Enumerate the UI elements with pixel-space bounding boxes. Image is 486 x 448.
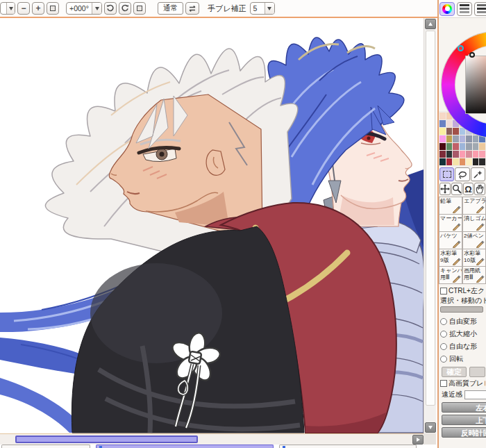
stabilizer-select[interactable]: 5 — [250, 2, 275, 15]
zoom-in-button[interactable]: + — [32, 2, 44, 15]
transform-radio-option[interactable]: 自由変形 — [440, 315, 485, 328]
hsv-sliders-tab-button[interactable] — [474, 2, 486, 16]
lasso-tool[interactable] — [455, 167, 469, 181]
rotate-view-tool[interactable]: Ω — [463, 183, 474, 195]
color-swatch[interactable] — [466, 158, 472, 165]
color-swatch[interactable] — [473, 158, 479, 165]
color-swatch[interactable] — [446, 151, 453, 158]
hue-marker[interactable] — [458, 45, 464, 51]
angle-select[interactable]: +000° — [66, 2, 102, 15]
document-tab[interactable] — [279, 445, 417, 448]
zoom-reset-button[interactable] — [47, 2, 59, 15]
color-swatch[interactable] — [453, 143, 459, 150]
sv-marker[interactable] — [469, 52, 475, 58]
rect-select-tool[interactable] — [439, 167, 454, 181]
brush-button[interactable]: キャンバス用Ⅲ — [439, 266, 462, 284]
brush-button[interactable]: 画用紙用Ⅲ — [462, 266, 486, 284]
color-swatch[interactable] — [453, 135, 459, 142]
brush-button[interactable]: 消しゴム — [462, 214, 486, 232]
color-wheel-tab-button[interactable] — [439, 2, 455, 16]
cancel-button[interactable] — [469, 367, 485, 377]
move-tool[interactable] — [439, 183, 451, 195]
blend-mode-box[interactable]: 通常 — [158, 2, 183, 15]
color-swatch[interactable] — [446, 135, 453, 142]
checkbox-icon[interactable] — [440, 380, 447, 387]
color-swatch[interactable] — [446, 120, 453, 127]
color-swatch[interactable] — [479, 143, 485, 150]
color-wheel-area[interactable] — [439, 18, 486, 111]
radio-icon[interactable] — [440, 343, 447, 350]
hand-tool[interactable] — [474, 183, 485, 195]
rotate-cw-button[interactable] — [119, 2, 131, 15]
color-swatch[interactable] — [460, 128, 466, 135]
saturation-value-square[interactable] — [465, 56, 486, 114]
color-swatch[interactable] — [453, 128, 459, 135]
rgb-sliders-tab-button[interactable] — [457, 2, 472, 16]
color-swatch[interactable] — [446, 143, 453, 150]
color-swatch[interactable] — [439, 113, 446, 119]
brush-button[interactable]: 水彩筆10版 — [462, 249, 486, 267]
horizontal-scroll-thumb[interactable] — [15, 435, 198, 443]
color-swatch[interactable] — [460, 143, 466, 150]
color-swatch[interactable] — [453, 158, 459, 165]
color-swatch[interactable] — [439, 135, 446, 142]
ctrl-click-option[interactable]: CTRL+左クリ — [440, 286, 485, 296]
brush-button[interactable]: 2値ペン — [462, 231, 486, 249]
magic-wand-tool[interactable] — [471, 167, 485, 181]
color-swatch[interactable] — [460, 135, 466, 142]
flip-button[interactable]: 反時計回 — [442, 427, 486, 438]
scroll-up-button[interactable] — [425, 19, 436, 29]
brush-button[interactable]: エアブラシ — [462, 197, 486, 215]
zoom-select[interactable] — [0, 2, 15, 15]
transform-radio-option[interactable]: 回転 — [440, 353, 485, 365]
rotate-ccw-button[interactable] — [104, 2, 117, 15]
zoom-out-button[interactable]: − — [17, 2, 30, 15]
color-swatch[interactable] — [466, 135, 472, 142]
radio-icon[interactable] — [440, 318, 447, 325]
color-swatch[interactable] — [439, 120, 446, 127]
color-swatch[interactable] — [439, 143, 446, 150]
hq-preview-option[interactable]: 高画質プレビ — [440, 379, 485, 388]
perspective-input[interactable] — [464, 390, 486, 399]
transform-radio-option[interactable]: 自由な形 — [440, 340, 485, 353]
color-swatch[interactable] — [439, 128, 446, 135]
color-swatch[interactable] — [460, 158, 466, 165]
color-swatch[interactable] — [466, 151, 472, 158]
horizontal-scrollbar[interactable] — [0, 433, 424, 445]
color-swatch[interactable] — [446, 158, 453, 165]
vertical-scroll-thumb[interactable] — [426, 31, 435, 406]
checkbox-icon[interactable] — [440, 288, 447, 294]
color-swatch[interactable] — [439, 151, 446, 158]
drag-mode-label: 選択・移動のドラ — [440, 296, 485, 305]
scroll-down-button[interactable] — [425, 422, 436, 433]
color-swatch[interactable] — [439, 158, 446, 165]
color-swatch[interactable] — [446, 128, 453, 135]
brush-button[interactable]: 鉛筆 — [439, 197, 462, 215]
color-swatch[interactable] — [473, 151, 479, 158]
radio-icon[interactable] — [440, 356, 447, 363]
brush-button[interactable]: マーカー — [439, 214, 462, 232]
color-swatch[interactable] — [460, 151, 466, 158]
color-swatch[interactable] — [479, 158, 485, 165]
scroll-right-button[interactable] — [412, 435, 424, 445]
color-swatch[interactable] — [453, 151, 459, 158]
document-tab-active[interactable] — [96, 445, 274, 448]
color-swatch[interactable] — [473, 135, 479, 142]
flip-button[interactable]: 上下 — [442, 415, 486, 425]
brush-button[interactable]: 水彩筆9版 — [439, 249, 462, 267]
color-swatch[interactable] — [479, 151, 485, 158]
radio-icon[interactable] — [440, 331, 447, 338]
transform-radio-option[interactable]: 拡大縮小 — [440, 328, 485, 340]
color-swatch[interactable] — [473, 143, 479, 150]
swap-colors-button[interactable] — [185, 2, 199, 15]
drawing-canvas[interactable] — [0, 18, 424, 433]
brush-button[interactable]: バケツ — [439, 231, 462, 249]
drag-mode-slider[interactable] — [440, 306, 483, 313]
vertical-scrollbar[interactable] — [424, 18, 436, 433]
zoom-tool[interactable] — [451, 183, 462, 195]
document-tab[interactable] — [1, 445, 90, 448]
flip-button[interactable]: 左右 — [442, 402, 486, 413]
color-swatch[interactable] — [466, 143, 472, 150]
rotate-reset-button[interactable] — [133, 2, 146, 15]
confirm-button[interactable]: 確定 — [442, 367, 467, 377]
